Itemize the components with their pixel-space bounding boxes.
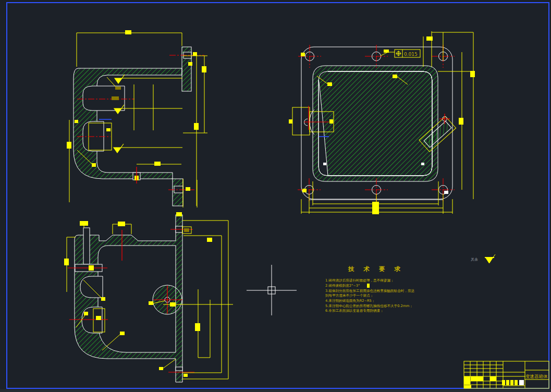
- gdt-value: 0.015: [404, 52, 418, 57]
- rest-label: 其余: [471, 258, 478, 262]
- tech-title: 技 术 要 求: [348, 265, 404, 273]
- tech-line: 4.未注明的铸造圆角为R2~R5；: [325, 299, 375, 303]
- tech-line: 6.非加工表面涂以变速器专用防锈漆；: [325, 309, 384, 313]
- roughness-icon: [115, 75, 125, 83]
- part-name: 变速器箱体: [525, 374, 548, 379]
- gdt-frame[interactable]: 0.015: [381, 50, 420, 57]
- view-side-section[interactable]: [67, 30, 207, 207]
- roughness-icon: [114, 144, 124, 153]
- text-cursor: [367, 284, 370, 288]
- cad-canvas[interactable]: 0.015: [0, 0, 551, 392]
- roughness-icon: [486, 254, 495, 263]
- stud-slot: [83, 228, 90, 264]
- autocad-model-space: 0.015: [0, 0, 551, 392]
- tech-line: 到每平方厘米不少于一个斑点；: [325, 293, 373, 298]
- crosshair-cursor: [247, 265, 297, 315]
- view-top-plan[interactable]: 0.015: [289, 31, 475, 214]
- tech-requirements[interactable]: 技 术 要 求 1.铸件清沙后应进行时效处理，且不得渗漏； 2.铸件拔模斜度2°…: [325, 265, 414, 313]
- tech-line: 3.箱体剖分面应在加工前用涂色法检查接触面贴合时，应达: [325, 289, 414, 293]
- tech-line: 2.铸件拔模斜度2°~3°: [325, 284, 360, 288]
- pocket: [80, 276, 103, 298]
- title-block-filled-cells: [464, 376, 524, 388]
- view-front-section[interactable]: [64, 212, 233, 382]
- title-block[interactable]: 变速器箱体: [464, 361, 549, 388]
- rest-roughness-note: 其余: [471, 254, 495, 263]
- tech-line: 1.铸件清沙后应进行时效处理，且不得渗漏；: [325, 278, 394, 283]
- tech-line: 5.未注明中心距公差的所有螺孔轴线位移不大于0.2mm；: [325, 304, 413, 308]
